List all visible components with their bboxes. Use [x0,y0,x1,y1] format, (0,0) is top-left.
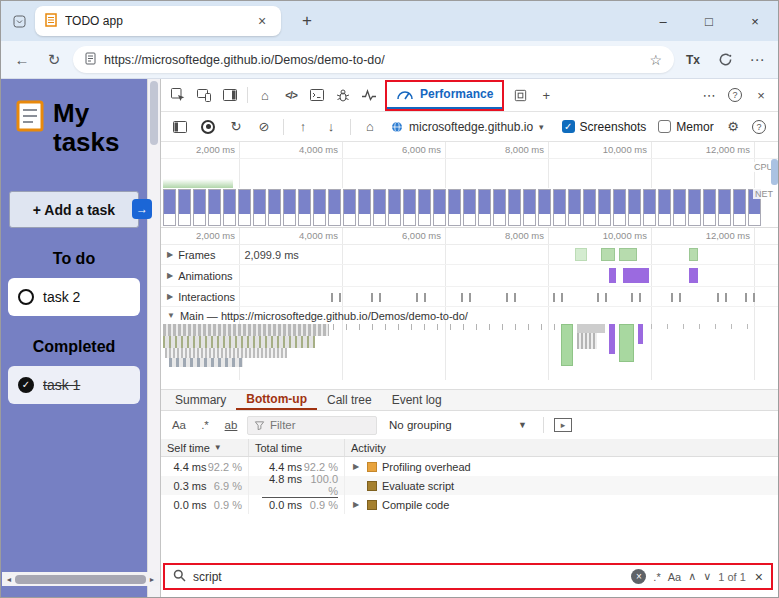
expand-icon[interactable]: ▶ [167,292,173,301]
screenshot-thumbnail[interactable] [628,189,641,226]
table-row[interactable]: 0.3 ms6.9 % 4.8 ms100.0 % Evaluate scrip… [161,476,778,495]
screenshot-thumbnail[interactable] [313,189,326,226]
screenshot-thumbnail[interactable] [523,189,536,226]
screenshot-thumbnail[interactable] [418,189,431,226]
screenshot-thumbnail[interactable] [598,189,611,226]
refresh-button[interactable]: ↻ [41,47,67,73]
screenshot-thumbnail[interactable] [388,189,401,226]
expand-icon[interactable]: ▶ [353,462,362,471]
screenshot-thumbnail[interactable] [343,189,356,226]
tab-summary[interactable]: Summary [165,390,236,410]
scroll-right-icon[interactable]: ► [147,576,157,583]
screenshot-thumbnail[interactable] [643,189,656,226]
add-task-button[interactable]: + Add a task [9,191,139,228]
grouping-dropdown[interactable]: No grouping ▼ [383,419,533,431]
clear-search-icon[interactable]: × [631,569,646,584]
tab-debugger-icon[interactable] [330,83,356,107]
screenshot-thumbnail[interactable] [253,189,266,226]
screenshot-thumbnail[interactable] [568,189,581,226]
search-regex-icon[interactable]: .* [653,571,660,583]
tab-actions-menu-icon[interactable] [9,11,29,31]
collapse-icon[interactable]: ▼ [167,311,175,320]
screenshot-thumbnail[interactable] [553,189,566,226]
device-emulation-icon[interactable] [191,83,217,107]
previous-result-icon[interactable]: ∧ [688,570,696,583]
next-result-icon[interactable]: ∨ [703,570,711,583]
expand-icon[interactable]: ▶ [167,250,173,259]
animations-track[interactable]: ▶ Animations [161,265,778,287]
screenshot-thumbnail[interactable] [433,189,446,226]
filter-input[interactable]: Filter [247,416,377,435]
load-profile-icon[interactable]: ↑ [290,115,316,139]
url-field[interactable]: https://microsoftedge.github.io/Demos/de… [73,46,674,73]
screenshots-checkbox[interactable]: ✓ Screenshots [562,120,647,134]
record-and-reload-button[interactable]: ↻ [223,115,249,139]
screenshot-thumbnail[interactable] [208,189,221,226]
tab-performance[interactable]: Performance [387,82,502,109]
scrollbar-thumb[interactable] [150,81,158,145]
whole-word-icon[interactable]: ab [221,415,241,435]
screenshot-thumbnail[interactable] [163,189,176,226]
column-activity[interactable]: Activity [345,439,778,456]
browser-tab[interactable]: TODO app × [35,6,281,36]
record-button[interactable] [195,115,221,139]
favorite-star-icon[interactable]: ☆ [649,52,662,68]
screenshot-thumbnail[interactable] [583,189,596,226]
perf-help-icon[interactable]: ? [746,115,772,139]
main-thread-track[interactable]: ▼ Main — https://microsoftedge.github.io… [161,307,778,324]
screenshot-thumbnail[interactable] [478,189,491,226]
expand-icon[interactable]: ▶ [353,500,362,509]
tab-elements-icon[interactable]: </> [278,83,304,107]
regex-icon[interactable]: .* [195,415,215,435]
tab-console-icon[interactable] [304,83,330,107]
origin-dropdown[interactable]: microsoftedge.github.io ▾ [385,116,550,138]
tab-welcome-icon[interactable]: ⌂ [252,83,278,107]
screenshot-thumbnail[interactable] [268,189,281,226]
screenshot-thumbnail[interactable] [223,189,236,226]
tab-memory-icon[interactable] [507,83,533,107]
site-info-icon[interactable] [85,51,96,69]
settings-more-icon[interactable]: ⋯ [744,47,770,73]
checkbox-checked-icon[interactable]: ✓ [562,120,575,133]
table-row[interactable]: 0.0 ms0.9 % 0.0 ms0.9 % ▶ Compile code [161,495,778,514]
more-tools-add-icon[interactable]: + [533,83,559,107]
save-profile-icon[interactable]: ↓ [318,115,344,139]
screenshot-thumbnail[interactable] [238,189,251,226]
screenshot-filmstrip[interactable] [163,189,774,227]
match-case-icon[interactable]: Aa [169,415,189,435]
visit-origin-icon[interactable]: ⌂ [357,115,383,139]
screenshot-thumbnail[interactable] [448,189,461,226]
task-checkbox-checked[interactable]: ✓ [18,377,34,393]
close-devtools-icon[interactable]: × [748,83,774,107]
screenshot-thumbnail[interactable] [613,189,626,226]
screenshot-thumbnail[interactable] [673,189,686,226]
screenshot-thumbnail[interactable] [538,189,551,226]
maximize-button[interactable]: □ [686,1,732,41]
tab-event-log[interactable]: Event log [382,390,452,410]
translate-icon[interactable]: Tx [680,47,706,73]
new-tab-button[interactable]: + [295,11,319,31]
capture-settings-gear-icon[interactable]: ⚙ [720,115,746,139]
heaviest-stack-icon[interactable]: ▸ [554,418,572,432]
screenshot-thumbnail[interactable] [718,189,731,226]
completed-task-item[interactable]: ✓ task 1 [8,366,140,404]
table-row[interactable]: 4.4 ms92.2 % 4.4 ms92.2 % ▶ Profiling ov… [161,457,778,476]
tab-bottom-up[interactable]: Bottom-up [236,390,317,410]
overview-scrollbar-thumb[interactable] [771,159,778,185]
screenshot-thumbnail[interactable] [703,189,716,226]
todo-task-item[interactable]: task 2 [8,278,140,316]
memory-checkbox[interactable]: Memor [658,120,713,134]
screenshot-thumbnail[interactable] [463,189,476,226]
column-total-time[interactable]: Total time [249,439,345,456]
customize-devtools-icon[interactable]: ⋯ [696,83,722,107]
screenshot-thumbnail[interactable] [328,189,341,226]
scrollbar-thumb[interactable] [15,575,146,584]
focus-arrow-badge[interactable]: → [132,199,152,219]
tab-close-icon[interactable]: × [253,12,271,30]
tab-call-tree[interactable]: Call tree [317,390,382,410]
copilot-icon[interactable] [712,47,738,73]
screenshot-thumbnail[interactable] [373,189,386,226]
dock-side-icon[interactable] [217,83,243,107]
main-flame-chart[interactable] [161,324,778,380]
screenshot-thumbnail[interactable] [658,189,671,226]
